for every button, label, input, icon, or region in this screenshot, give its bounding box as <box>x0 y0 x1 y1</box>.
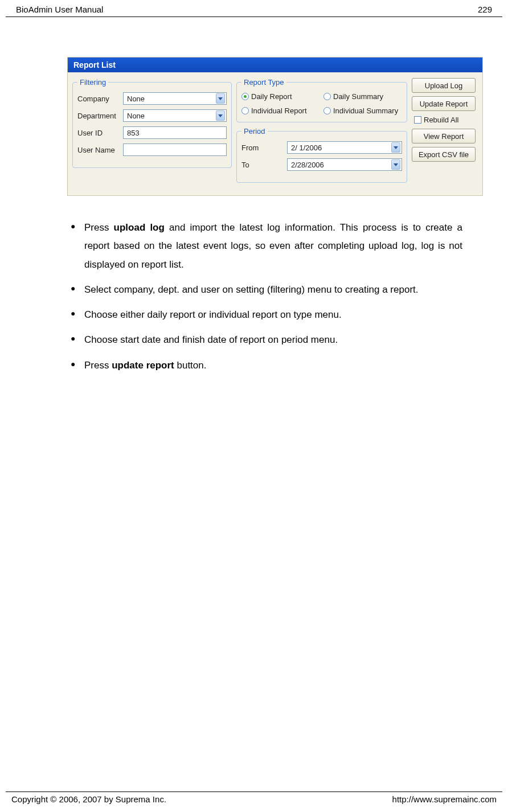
username-row: User Name <box>77 143 227 156</box>
department-value: None <box>127 112 145 120</box>
report-type-fieldset: Report Type Daily Report Daily Summary <box>236 78 407 122</box>
list-item: Select company, dept. and user on settin… <box>68 281 462 299</box>
username-label: User Name <box>77 146 123 154</box>
report-list-panel: Report List Filtering Company None Depar… <box>67 57 483 196</box>
bullet-text-pre: Press <box>84 222 114 233</box>
button-label: View Report <box>424 132 464 141</box>
radio-icon <box>323 107 331 114</box>
window-icon <box>470 61 477 68</box>
list-item: Press update report button. <box>68 356 462 375</box>
userid-label: User ID <box>77 129 123 137</box>
chevron-down-icon[interactable] <box>216 110 225 121</box>
header-title: BioAdmin User Manual <box>16 5 103 14</box>
button-column: Upload Log Update Report Rebuild All Vie… <box>412 78 476 187</box>
footer-copyright: Copyright © 2006, 2007 by Suprema Inc. <box>11 794 166 804</box>
from-date-dropdown[interactable]: 2/ 1/2006 <box>287 141 402 154</box>
checkbox-label: Rebuild All <box>424 116 458 124</box>
period-fieldset: Period From 2/ 1/2006 To 2/28/2006 <box>236 127 407 183</box>
bullet-text: Choose either daily report or individual… <box>84 309 342 320</box>
userid-row: User ID 853 <box>77 126 227 139</box>
radio-label: Individual Summary <box>333 106 398 115</box>
radio-label: Individual Report <box>251 106 307 115</box>
list-item: Press upload log and import the latest l… <box>68 219 462 274</box>
footer-url: http://www.supremainc.com <box>392 794 497 804</box>
company-dropdown[interactable]: None <box>123 92 227 105</box>
radio-daily-report[interactable]: Daily Report <box>241 92 320 101</box>
report-type-legend: Report Type <box>241 78 286 87</box>
username-input[interactable] <box>123 143 227 156</box>
radio-icon <box>241 93 249 100</box>
upload-log-button[interactable]: Upload Log <box>412 78 476 93</box>
department-label: Department <box>77 112 123 120</box>
update-report-button[interactable]: Update Report <box>412 96 476 111</box>
userid-value: 853 <box>127 129 140 137</box>
from-row: From 2/ 1/2006 <box>241 141 402 154</box>
export-csv-button[interactable]: Export CSV file <box>412 147 476 162</box>
to-date-dropdown[interactable]: 2/28/2006 <box>287 158 402 171</box>
company-label: Company <box>77 95 123 103</box>
button-label: Export CSV file <box>419 150 469 159</box>
report-type-options: Daily Report Daily Summary Individual Re… <box>241 92 402 115</box>
radio-label: Daily Summary <box>333 92 383 101</box>
filtering-legend: Filtering <box>77 78 108 87</box>
titlebar-text: Report List <box>73 60 116 69</box>
department-row: Department None <box>77 109 227 122</box>
page-header: BioAdmin User Manual 229 <box>6 0 502 17</box>
rebuild-all-checkbox[interactable]: Rebuild All <box>412 114 476 125</box>
radio-icon <box>241 107 249 114</box>
page-number: 229 <box>478 5 492 14</box>
bullet-text-bold: upload log <box>114 222 165 233</box>
department-dropdown[interactable]: None <box>123 109 227 122</box>
checkbox-icon <box>414 116 421 124</box>
filtering-fieldset: Filtering Company None Department None <box>72 78 232 168</box>
panel-body: Filtering Company None Department None <box>68 72 482 195</box>
chevron-down-icon[interactable] <box>391 159 400 170</box>
view-report-button[interactable]: View Report <box>412 129 476 143</box>
button-label: Upload Log <box>425 81 463 90</box>
middle-column: Report Type Daily Report Daily Summary <box>236 78 407 187</box>
radio-daily-summary[interactable]: Daily Summary <box>323 92 402 101</box>
radio-individual-summary[interactable]: Individual Summary <box>323 106 402 115</box>
bullet-text: Select company, dept. and user on settin… <box>84 284 419 295</box>
company-value: None <box>127 95 145 103</box>
from-value: 2/ 1/2006 <box>291 143 322 152</box>
page-footer: Copyright © 2006, 2007 by Suprema Inc. h… <box>6 792 502 804</box>
bullet-text-pre: Press <box>84 360 112 371</box>
radio-label: Daily Report <box>251 92 292 101</box>
to-label: To <box>241 161 287 169</box>
from-label: From <box>241 143 287 152</box>
titlebar: Report List <box>68 58 482 72</box>
button-label: Update Report <box>420 100 468 108</box>
chevron-down-icon[interactable] <box>391 142 400 153</box>
content-area: Report List Filtering Company None Depar… <box>0 17 508 375</box>
list-item: Choose start date and finish date of rep… <box>68 331 462 349</box>
bullet-text-bold: update report <box>112 360 174 371</box>
filtering-column: Filtering Company None Department None <box>72 78 232 187</box>
userid-input[interactable]: 853 <box>123 126 227 139</box>
list-item: Choose either daily report or individual… <box>68 306 462 324</box>
radio-individual-report[interactable]: Individual Report <box>241 106 320 115</box>
chevron-down-icon[interactable] <box>216 93 225 104</box>
instruction-list: Press upload log and import the latest l… <box>68 219 462 375</box>
to-row: To 2/28/2006 <box>241 158 402 171</box>
company-row: Company None <box>77 92 227 105</box>
bullet-text: Choose start date and finish date of rep… <box>84 334 338 345</box>
bullet-text-post: button. <box>174 360 207 371</box>
period-legend: Period <box>241 127 268 136</box>
to-value: 2/28/2006 <box>291 161 324 169</box>
radio-icon <box>323 93 331 100</box>
